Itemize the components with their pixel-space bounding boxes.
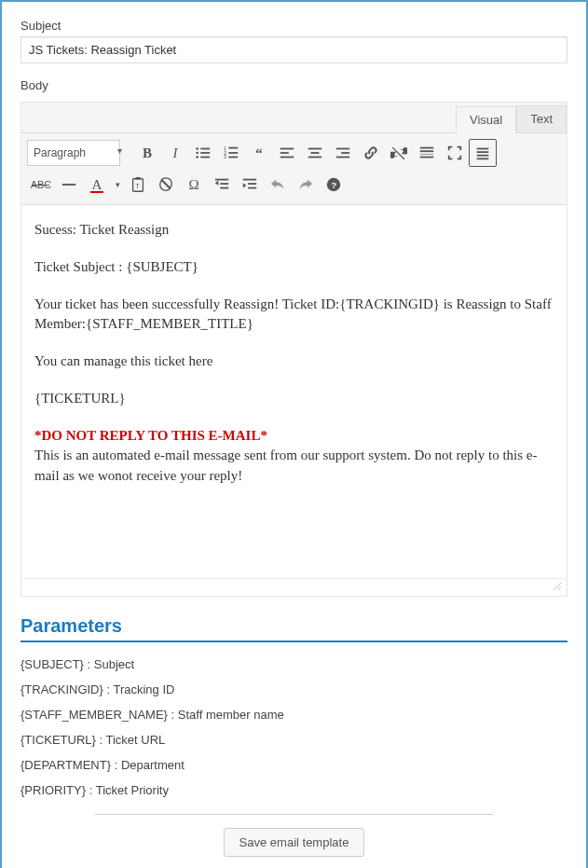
- parameter-item: {TRACKINGID} : Tracking ID: [21, 677, 567, 702]
- bullet-list-button[interactable]: [189, 139, 217, 167]
- body-label: Body: [21, 78, 567, 92]
- blockquote-button[interactable]: “: [245, 139, 273, 167]
- svg-rect-34: [220, 183, 228, 185]
- toolbar-row-1: Paragraph B I 123 “: [27, 137, 561, 169]
- svg-rect-28: [477, 158, 489, 159]
- editor-tabs: Visual Text: [21, 103, 567, 132]
- save-button[interactable]: Save email template: [224, 828, 365, 857]
- horizontal-rule-button[interactable]: [55, 171, 83, 199]
- indent-button[interactable]: [236, 171, 264, 199]
- bold-button[interactable]: B: [133, 139, 161, 167]
- body-line-text: This is an automated e-mail message sent…: [34, 448, 537, 483]
- toolbar-toggle-button[interactable]: [469, 139, 497, 167]
- format-select-wrap[interactable]: Paragraph: [27, 140, 128, 166]
- strikethrough-button[interactable]: ABC: [27, 171, 55, 199]
- toolbar-row-2: ABC A ▾ T Ω: [27, 169, 561, 200]
- svg-rect-29: [62, 184, 75, 186]
- undo-button[interactable]: [264, 171, 292, 199]
- svg-rect-18: [336, 148, 349, 150]
- outdent-button[interactable]: [208, 171, 236, 199]
- svg-rect-21: [420, 147, 433, 149]
- svg-rect-15: [308, 148, 321, 150]
- rich-text-editor: Visual Text Paragraph B I 123 “: [21, 102, 567, 597]
- svg-rect-24: [420, 157, 433, 158]
- svg-point-2: [196, 152, 198, 155]
- unlink-button[interactable]: [385, 139, 413, 167]
- numbered-list-button[interactable]: 123: [217, 139, 245, 167]
- svg-rect-16: [311, 152, 320, 154]
- parameter-item: {SUBJECT} : Subject: [21, 652, 567, 677]
- link-button[interactable]: [357, 139, 385, 167]
- redo-button[interactable]: [292, 171, 320, 199]
- text-color-dropdown[interactable]: ▾: [111, 180, 124, 189]
- align-center-button[interactable]: [301, 139, 329, 167]
- clear-formatting-button[interactable]: [152, 171, 180, 199]
- svg-rect-11: [228, 157, 238, 158]
- special-character-button[interactable]: Ω: [180, 171, 208, 199]
- tab-text[interactable]: Text: [516, 105, 567, 132]
- align-right-button[interactable]: [329, 139, 357, 167]
- svg-rect-25: [477, 148, 489, 150]
- svg-rect-9: [228, 152, 238, 154]
- svg-rect-13: [280, 152, 289, 154]
- svg-rect-38: [248, 187, 256, 189]
- body-line: Your ticket has been successfully Reassi…: [34, 295, 554, 336]
- svg-point-4: [196, 156, 198, 158]
- email-template-form: Subject Body Visual Text Paragraph B I: [0, 0, 588, 868]
- svg-rect-20: [336, 157, 349, 158]
- divider: [95, 814, 493, 815]
- svg-text:3: 3: [224, 154, 226, 159]
- do-not-reply-warning: *DO NOT REPLY TO THIS E-MAIL*: [34, 428, 267, 443]
- editor-toolbar: Paragraph B I 123 “: [21, 132, 567, 205]
- svg-rect-3: [200, 152, 210, 154]
- subject-input[interactable]: [21, 36, 567, 63]
- text-color-button[interactable]: A: [83, 171, 111, 199]
- parameters-heading: Parameters: [21, 615, 567, 642]
- editor-content[interactable]: Sucess: Ticket Reassign Ticket Subject :…: [21, 205, 567, 578]
- align-left-button[interactable]: [273, 139, 301, 167]
- parameter-item: {PRIORITY} : Ticket Priority: [21, 778, 567, 803]
- paste-text-button[interactable]: T: [124, 171, 152, 199]
- svg-rect-17: [308, 157, 321, 158]
- editor-resize-handle[interactable]: [21, 578, 567, 596]
- svg-rect-31: [135, 177, 140, 180]
- parameter-item: {STAFF_MEMBER_NAME} : Staff member name: [21, 702, 567, 727]
- body-line: Sucess: Ticket Reassign: [34, 220, 554, 241]
- body-line: {TICKETURL}: [34, 389, 554, 409]
- svg-rect-5: [200, 157, 210, 158]
- body-line: *DO NOT REPLY TO THIS E-MAIL* This is an…: [34, 426, 554, 487]
- insert-more-button[interactable]: [413, 139, 441, 167]
- svg-rect-23: [420, 154, 433, 155]
- actions-row: Save email template: [21, 828, 567, 857]
- svg-point-0: [196, 147, 198, 150]
- svg-text:T: T: [135, 182, 140, 190]
- format-select[interactable]: Paragraph: [27, 140, 120, 166]
- svg-rect-37: [248, 183, 256, 185]
- svg-rect-27: [477, 155, 489, 157]
- svg-rect-12: [280, 148, 294, 150]
- body-line: Ticket Subject : {SUBJECT}: [34, 257, 554, 278]
- help-button[interactable]: ?: [320, 171, 348, 199]
- svg-rect-33: [215, 179, 228, 181]
- svg-text:?: ?: [331, 180, 336, 190]
- svg-rect-22: [420, 150, 433, 152]
- svg-rect-26: [477, 151, 489, 153]
- fullscreen-button[interactable]: [441, 139, 469, 167]
- tab-visual[interactable]: Visual: [456, 106, 516, 133]
- svg-rect-1: [200, 148, 210, 150]
- svg-rect-19: [341, 152, 349, 154]
- body-line: You can manage this ticket here: [34, 351, 554, 372]
- svg-rect-36: [243, 179, 256, 181]
- italic-button[interactable]: I: [161, 139, 189, 167]
- svg-rect-14: [280, 157, 294, 158]
- parameter-item: {TICKETURL} : Ticket URL: [21, 727, 567, 752]
- svg-rect-7: [228, 147, 238, 149]
- subject-label: Subject: [21, 19, 567, 33]
- svg-rect-35: [220, 187, 228, 189]
- parameter-item: {DEPARTMENT} : Department: [21, 752, 567, 778]
